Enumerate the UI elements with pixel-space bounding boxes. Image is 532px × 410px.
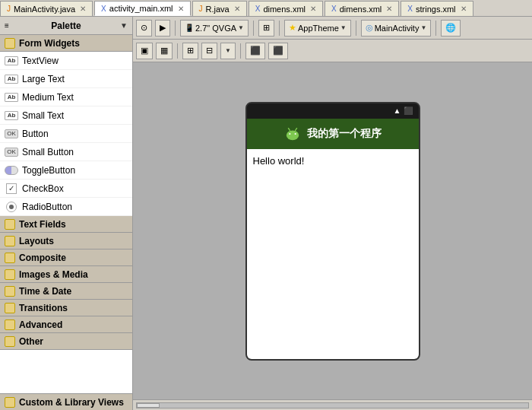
widget-label: ToggleButton (22, 165, 75, 176)
widget-large-text[interactable]: Ab Large Text (0, 70, 132, 88)
tab-label: MainActivity.java (14, 5, 75, 14)
tab-dimens-xml-2[interactable]: X dimens.xml ✕ (325, 1, 399, 16)
tabs-bar: J MainActivity.java ✕ X activity_main.xm… (0, 0, 532, 17)
widget-label: RadioButton (22, 202, 72, 212)
separator (253, 21, 254, 36)
palette-header[interactable]: ≡ Palette ▼ (0, 17, 132, 35)
close-icon[interactable]: ✕ (310, 5, 316, 13)
widget-togglebutton[interactable]: ToggleButton (0, 161, 132, 180)
widget-label: Medium Text (22, 92, 74, 103)
java-icon: J (7, 5, 11, 13)
layout-icon1: ⊞ (263, 23, 270, 33)
section-folder-icon (5, 253, 15, 263)
category-form-widgets[interactable]: Form Widgets (0, 35, 132, 52)
screen-btn1[interactable]: ⬛ (245, 43, 265, 59)
layout-toggle-btn1[interactable]: ▣ (136, 43, 153, 59)
tab-strings-xml[interactable]: X strings.xml ✕ (401, 1, 473, 16)
close-icon[interactable]: ✕ (461, 5, 467, 13)
activity-label: MainActivity (375, 24, 420, 33)
device-icon: 📱 (185, 24, 194, 32)
separator (356, 21, 356, 36)
tab-label: R.java (206, 5, 230, 14)
dropdown-arrow-icon: ▼ (225, 47, 231, 54)
xml-icon: X (101, 5, 106, 13)
scrollbar-thumb[interactable] (137, 403, 160, 408)
java-icon: J (199, 5, 203, 13)
category-label: Form Widgets (19, 38, 80, 49)
widget-small-text[interactable]: Ab Small Text (0, 106, 132, 125)
custom-library-views[interactable]: Custom & Library Views (0, 393, 132, 410)
zoom-btn2[interactable]: ⊟ (201, 43, 217, 59)
section-transitions[interactable]: Transitions (0, 300, 132, 316)
activity-dropdown[interactable]: ◎ MainActivity ▼ (361, 20, 432, 37)
widget-small-button[interactable]: OK Small Button (0, 143, 132, 161)
widget-checkbox[interactable]: ✓ CheckBox (0, 180, 132, 198)
layout-btn1[interactable]: ⊞ (258, 20, 274, 37)
textview-icon: Ab (5, 56, 18, 66)
tab-label: activity_main.xml (109, 4, 173, 13)
toolbar-row2: ▣ ▦ ⊞ ⊟ ▼ ⬛ ⬛ (133, 40, 532, 62)
android-logo-icon (284, 126, 301, 142)
section-layouts[interactable]: Layouts (0, 233, 132, 249)
globe-icon: 🌐 (445, 23, 456, 33)
zoom-dropdown[interactable]: ▼ (220, 43, 236, 59)
widget-radiobutton[interactable]: RadioButton (0, 198, 132, 216)
phone-statusbar: ▲ ⬛ (247, 103, 419, 119)
theme-dropdown[interactable]: ★ AppTheme ▼ (284, 20, 351, 37)
section-images-media[interactable]: Images & Media (0, 266, 132, 283)
right-panel: ⊙ ▶ 📱 2.7" QVGA ▼ ⊞ ★ AppTheme ▼ (133, 17, 532, 410)
tab-r-java[interactable]: J R.java ✕ (192, 1, 247, 16)
section-folder-icon (5, 319, 15, 330)
screen-btn2[interactable]: ⬛ (268, 43, 288, 59)
section-folder-icon (5, 303, 15, 313)
section-label: Time & Date (19, 286, 71, 297)
nav-icon: ⊙ (141, 23, 147, 33)
section-label: Images & Media (19, 269, 88, 280)
section-composite[interactable]: Composite (0, 249, 132, 266)
bottom-label-text: Custom & Library Views (19, 397, 124, 408)
close-icon[interactable]: ✕ (234, 5, 240, 13)
widget-list[interactable]: Ab TextView Ab Large Text Ab Medium Text… (0, 52, 132, 393)
svg-point-2 (294, 132, 296, 134)
widget-button[interactable]: OK Button (0, 125, 132, 143)
checkbox-icon: ✓ (5, 183, 18, 194)
signal-icon: ⬛ (404, 106, 413, 115)
tab-label: strings.xml (416, 5, 456, 14)
xml-icon: X (255, 5, 261, 13)
nav-icon-btn[interactable]: ⊙ (136, 20, 152, 37)
palette-dropdown-arrow[interactable]: ▼ (120, 21, 128, 30)
close-icon[interactable]: ✕ (80, 5, 86, 13)
activity-icon: ◎ (366, 23, 373, 33)
layout-toggle-btn2[interactable]: ▦ (156, 43, 173, 59)
close-icon[interactable]: ✕ (178, 5, 184, 13)
bottom-scrollbar[interactable] (133, 399, 532, 410)
toolbar: ⊙ ▶ 📱 2.7" QVGA ▼ ⊞ ★ AppTheme ▼ (133, 17, 532, 40)
large-text-icon: Ab (5, 74, 18, 84)
button-icon: OK (5, 129, 18, 139)
close-icon[interactable]: ✕ (386, 5, 392, 13)
screen-icon1: ⬛ (250, 46, 261, 56)
tab-activity-main-xml[interactable]: X activity_main.xml ✕ (94, 1, 190, 16)
widget-textview[interactable]: Ab TextView (0, 52, 132, 70)
section-advanced[interactable]: Advanced (0, 316, 132, 333)
widget-label: CheckBox (22, 183, 64, 194)
section-folder-icon (5, 219, 15, 230)
small-button-icon: OK (5, 147, 18, 157)
tab-mainactivity[interactable]: J MainActivity.java ✕ (0, 1, 93, 16)
layout-toggle-icon2: ▦ (160, 46, 168, 56)
section-other[interactable]: Other (0, 333, 132, 350)
svg-point-0 (286, 130, 299, 140)
nav-arrow-btn[interactable]: ▶ (155, 20, 170, 37)
section-time-date[interactable]: Time & Date (0, 283, 132, 300)
separator (279, 21, 280, 36)
togglebutton-icon (5, 165, 18, 176)
scrollbar-track (136, 402, 529, 408)
tab-dimens-xml-1[interactable]: X dimens.xml ✕ (249, 1, 323, 16)
tab-label: dimens.xml (340, 5, 382, 14)
widget-medium-text[interactable]: Ab Medium Text (0, 88, 132, 106)
widget-label: Large Text (22, 74, 65, 84)
globe-btn[interactable]: 🌐 (441, 20, 461, 37)
section-text-fields[interactable]: Text Fields (0, 216, 132, 233)
zoom-btn1[interactable]: ⊞ (182, 43, 198, 59)
device-dropdown[interactable]: 📱 2.7" QVGA ▼ (180, 20, 249, 37)
